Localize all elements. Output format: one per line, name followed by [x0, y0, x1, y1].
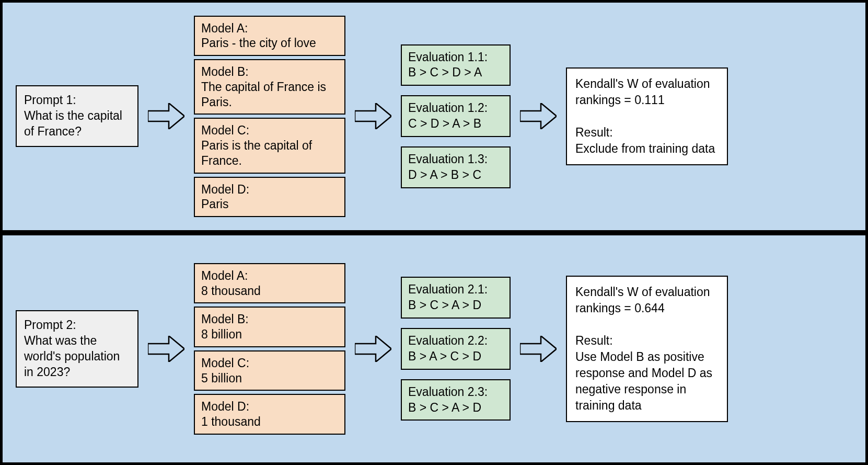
arrow-icon [355, 336, 391, 362]
model-a-box: Model A: Paris - the city of love [194, 16, 345, 56]
prompt-1-text: Prompt 1: What is the capital of France? [24, 93, 122, 138]
prompt-2-text: Prompt 2: What was the world's populatio… [24, 318, 120, 379]
svg-marker-1 [355, 103, 391, 129]
eval-1-3-text: Evaluation 1.3: D > A > B > C [408, 152, 488, 182]
eval-2-3-box: Evaluation 2.3: B > C > A > D [401, 379, 511, 421]
prompt-box-2: Prompt 2: What was the world's populatio… [16, 310, 138, 388]
result-box-1: Kendall's W of evaluation rankings = 0.1… [566, 67, 728, 165]
model-d-text: Model D: Paris [201, 183, 249, 211]
models-column-1: Model A: Paris - the city of love Model … [194, 16, 345, 218]
result-box-2: Kendall's W of evaluation rankings = 0.6… [566, 276, 728, 422]
diagram-container: Prompt 1: What is the capital of France?… [0, 0, 868, 465]
models-column-2: Model A: 8 thousand Model B: 8 billion M… [194, 263, 345, 435]
model-a-text: Model A: Paris - the city of love [201, 21, 316, 50]
eval-2-3-text: Evaluation 2.3: B > C > A > D [408, 385, 488, 414]
model-c-box-2: Model C: 5 billion [194, 350, 345, 391]
svg-marker-4 [355, 336, 391, 362]
model-b-text: Model B: The capital of France is Paris. [201, 65, 326, 109]
eval-1-3-box: Evaluation 1.3: D > A > B > C [401, 146, 511, 188]
evals-column-1: Evaluation 1.1: B > C > D > A Evaluation… [401, 44, 511, 188]
panel-1: Prompt 1: What is the capital of France?… [0, 0, 868, 233]
arrow-icon [148, 336, 184, 362]
eval-2-1-text: Evaluation 2.1: B > C > A > D [408, 282, 488, 312]
svg-marker-5 [520, 336, 557, 362]
model-d-box-2: Model D: 1 thousand [194, 394, 345, 435]
svg-marker-2 [520, 103, 557, 129]
arrow-icon [148, 103, 184, 129]
arrow-icon [355, 103, 391, 129]
eval-2-2-text: Evaluation 2.2: B > A > C > D [408, 334, 488, 363]
result-2-text: Kendall's W of evaluation rankings = 0.6… [575, 285, 712, 412]
result-1-text: Kendall's W of evaluation rankings = 0.1… [575, 77, 715, 155]
evals-column-2: Evaluation 2.1: B > C > A > D Evaluation… [401, 277, 511, 421]
model-c-text: Model C: Paris is the capital of France. [201, 123, 312, 167]
model-b-box-2: Model B: 8 billion [194, 307, 345, 347]
model-a-box-2: Model A: 8 thousand [194, 263, 345, 304]
model-d-box: Model D: Paris [194, 177, 345, 218]
svg-marker-0 [148, 103, 184, 129]
eval-1-1-box: Evaluation 1.1: B > C > D > A [401, 44, 511, 86]
prompt-box-1: Prompt 1: What is the capital of France? [16, 85, 138, 147]
model-c-text-2: Model C: 5 billion [201, 356, 249, 385]
eval-1-2-text: Evaluation 1.2: C > D > A > B [408, 101, 488, 130]
model-a-text-2: Model A: 8 thousand [201, 269, 261, 298]
eval-2-1-box: Evaluation 2.1: B > C > A > D [401, 277, 511, 319]
eval-2-2-box: Evaluation 2.2: B > A > C > D [401, 328, 511, 370]
svg-marker-3 [148, 336, 184, 362]
model-d-text-2: Model D: 1 thousand [201, 400, 261, 428]
eval-1-2-box: Evaluation 1.2: C > D > A > B [401, 95, 511, 137]
model-c-box: Model C: Paris is the capital of France. [194, 118, 345, 173]
eval-1-1-text: Evaluation 1.1: B > C > D > A [408, 50, 488, 80]
arrow-icon [520, 103, 557, 129]
arrow-icon [520, 336, 557, 362]
panel-2: Prompt 2: What was the world's populatio… [0, 233, 868, 466]
model-b-text-2: Model B: 8 billion [201, 312, 249, 341]
model-b-box: Model B: The capital of France is Paris. [194, 59, 345, 115]
